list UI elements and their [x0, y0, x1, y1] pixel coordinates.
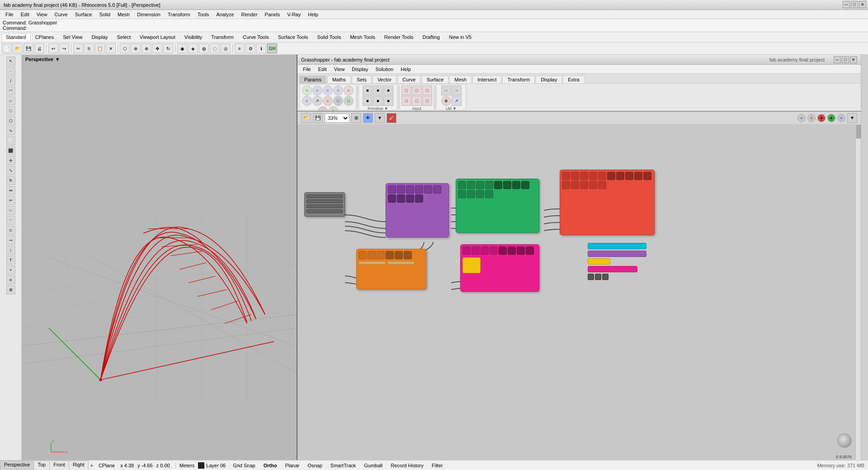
gh-scrollbar-thumb-v[interactable]	[856, 125, 861, 138]
gh-sphere-btn[interactable]: ○	[797, 114, 806, 122]
gh-grid-btn[interactable]: ⊞	[351, 113, 361, 123]
purple-port-1[interactable]	[388, 185, 396, 194]
pink-port-7[interactable]	[517, 247, 525, 255]
slider-3[interactable]	[307, 204, 343, 208]
menu-help[interactable]: Help	[304, 11, 322, 18]
geo-icon-3[interactable]: ○	[323, 85, 333, 95]
dim-tool[interactable]: ↕	[6, 246, 15, 255]
purple-bar[interactable]	[588, 251, 646, 257]
orange-slider-1[interactable]	[359, 261, 386, 265]
green-port-9[interactable]	[458, 190, 466, 198]
gh-canvas[interactable]: 0.9.0076	[297, 124, 861, 466]
green-port-8[interactable]	[521, 181, 529, 189]
snap-record-history[interactable]: Record History	[389, 463, 425, 468]
render-icon[interactable]: ◉	[177, 43, 187, 53]
tab-visibility[interactable]: Visibility	[180, 33, 207, 41]
util-icon-3[interactable]: ⊕	[441, 96, 451, 106]
input-icon-6[interactable]: □	[422, 96, 432, 106]
purple-port-4[interactable]	[415, 185, 423, 194]
point-tool[interactable]: ·	[6, 66, 15, 76]
rotate-icon[interactable]: ↻	[163, 43, 173, 53]
wire-icon[interactable]: ◈	[188, 43, 198, 53]
red-port-1[interactable]	[562, 172, 570, 180]
tab-drafting[interactable]: Drafting	[418, 33, 444, 41]
prim-dropdown[interactable]: ▼	[384, 106, 388, 111]
red-port-15[interactable]	[598, 181, 606, 189]
pink-port-5[interactable]	[499, 247, 507, 255]
redo-icon[interactable]: ↪	[59, 43, 69, 53]
gh-settings-btn[interactable]: ▼	[847, 113, 857, 123]
delete-icon[interactable]: ✕	[106, 43, 116, 53]
util-icon-1[interactable]: →	[441, 85, 451, 95]
snap-filter[interactable]: Filter	[430, 463, 444, 468]
select-tool[interactable]: ↖	[6, 57, 15, 66]
tab-mesh-tools[interactable]: Mesh Tools	[346, 33, 379, 41]
layer-panel[interactable]: ≡	[6, 275, 15, 285]
pink-yellow-node[interactable]	[462, 257, 481, 273]
tab-new-v5[interactable]: New in V5	[445, 33, 476, 41]
tab-standard[interactable]: Standard	[2, 33, 30, 41]
vp-tab-right[interactable]: Right	[69, 461, 89, 470]
vp-tab-perspective[interactable]: Perspective	[0, 461, 34, 470]
gh-tab-extra[interactable]: Extra	[563, 76, 585, 83]
prim-icon-3[interactable]: ■	[383, 85, 393, 95]
gh-blue-btn[interactable]: ○	[837, 114, 845, 122]
purple-port-9[interactable]	[406, 195, 414, 203]
small-port-1[interactable]	[588, 274, 594, 280]
red-port-14[interactable]	[589, 181, 597, 189]
vp-tab-add[interactable]: +	[89, 461, 95, 470]
tab-solid-tools[interactable]: Solid Tools	[313, 33, 345, 41]
gh-bake-btn[interactable]: 🖊	[387, 113, 396, 123]
undo-icon[interactable]: ↩	[48, 43, 58, 53]
green-port-5[interactable]	[494, 181, 502, 189]
orange-port-5[interactable]	[395, 251, 403, 259]
paste-icon[interactable]: 📋	[95, 43, 105, 53]
menu-curve[interactable]: Curve	[51, 11, 71, 18]
red-port-4[interactable]	[589, 172, 597, 180]
solid-tool[interactable]: ⬛	[6, 146, 15, 155]
menu-surface[interactable]: Surface	[71, 11, 96, 18]
orange-port-1[interactable]	[359, 251, 367, 259]
menu-analyze[interactable]: Analyze	[212, 11, 237, 18]
vp-tab-front[interactable]: Front	[50, 461, 69, 470]
cyan-bar[interactable]	[588, 243, 646, 249]
prim-icon-1[interactable]: ■	[363, 85, 373, 95]
zoom-ext-icon[interactable]: ⊕	[131, 43, 141, 53]
green-port-12[interactable]	[485, 190, 493, 198]
curve-tool[interactable]: ∿	[6, 126, 15, 135]
gh-open-btn[interactable]: 📂	[301, 113, 311, 123]
small-port-2[interactable]	[595, 274, 601, 280]
circle-tool[interactable]: ○	[6, 96, 15, 105]
purple-port-8[interactable]	[397, 195, 405, 203]
gh-tab-maths[interactable]: Maths	[327, 76, 351, 83]
purple-port-6[interactable]	[433, 185, 441, 194]
viewport-area[interactable]: Perspective ▼	[22, 55, 297, 466]
green-port-6[interactable]	[503, 181, 511, 189]
gh-tab-curve[interactable]: Curve	[397, 76, 420, 83]
red-port-3[interactable]	[580, 172, 588, 180]
util-dropdown[interactable]: ▼	[453, 106, 457, 111]
gh-tab-mesh[interactable]: Mesh	[449, 76, 472, 83]
prop-panel[interactable]: ⚙	[6, 285, 15, 294]
orange-port-3[interactable]	[377, 251, 385, 259]
scale-tool[interactable]: ⤡	[6, 166, 15, 175]
geo-icon-8[interactable]: ○	[323, 96, 333, 106]
tab-curve-tools[interactable]: Curve Tools	[239, 33, 273, 41]
small-port-3[interactable]	[602, 274, 609, 280]
pink-port-1[interactable]	[462, 247, 471, 255]
tab-select[interactable]: Select	[113, 33, 135, 41]
gh-zoom-select[interactable]: 33% 50% 75% 100%	[325, 114, 349, 123]
geo-icon-5[interactable]: ○	[344, 85, 354, 95]
arc-tool[interactable]: ◠	[6, 86, 15, 95]
snap-gumball[interactable]: Gumball	[362, 463, 384, 468]
green-port-1[interactable]	[458, 181, 466, 189]
util-icon-4[interactable]: ↗	[452, 96, 462, 106]
gh-save-btn[interactable]: 💾	[313, 113, 323, 123]
maximize-button[interactable]: □	[851, 1, 858, 8]
gh-tab-intersect[interactable]: Intersect	[472, 76, 501, 83]
rect-tool[interactable]: □	[6, 106, 15, 115]
trim-tool[interactable]: ✂	[6, 196, 15, 205]
geo-icon-7[interactable]: ↗	[312, 96, 322, 106]
gh-navsphere[interactable]	[837, 433, 852, 448]
input-icon-2[interactable]: □	[412, 85, 422, 95]
